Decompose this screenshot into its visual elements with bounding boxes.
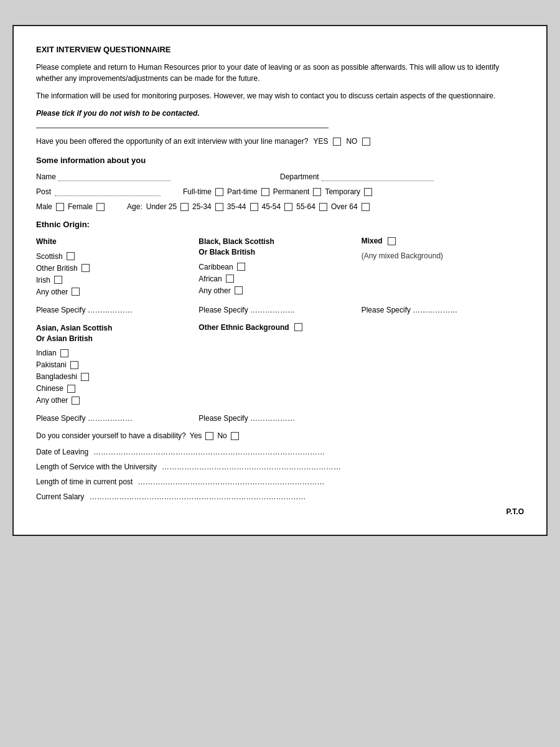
asian-chinese-checkbox[interactable] [67,385,75,393]
dept-input-dots[interactable] [322,172,434,181]
mixed-label: Mixed [362,237,383,245]
length-current-post-row: Length of time in current post ………………………… [36,477,524,486]
mixed-col: Mixed (Any mixed Background) [362,237,524,299]
intro-paragraph-1: Please complete and return to Human Reso… [36,62,524,84]
white-header: White [36,237,198,247]
age-over64: Over 64 [331,202,358,211]
asian-bangladeshi-label: Bangladeshi [36,372,77,381]
female-label: Female [68,202,93,211]
fulltime-label: Full-time [183,187,212,196]
mixed-checkbox[interactable] [388,237,396,245]
name-input-dots[interactable] [58,172,170,181]
age-over64-checkbox[interactable] [362,203,370,211]
post-label: Post [36,187,51,196]
asian-pakistani-checkbox[interactable] [70,361,78,369]
other-ethnic-label: Other Ethnic Background [198,323,289,332]
white-scottish: Scottish [36,252,198,261]
age-45-54-checkbox[interactable] [284,203,292,211]
disability-yes-checkbox[interactable] [205,432,213,440]
age-55-64-checkbox[interactable] [319,203,327,211]
dept-field-group: Department [280,172,524,181]
white-other-british-checkbox[interactable] [82,264,90,272]
white-any-other: Any other [36,288,198,296]
name-label: Name [36,172,56,181]
other-ethnic-col: Other Ethnic Background [198,323,361,408]
please-specify-row-1: Please Specify ……………… Please Specify ………… [36,306,524,314]
mixed-note: (Any mixed Background) [362,251,524,260]
no-checkbox[interactable] [362,138,370,146]
age-under25-checkbox[interactable] [180,203,189,211]
please-specify-asian: Please Specify ……………… [36,414,198,423]
white-irish-label: Irish [36,276,50,284]
parttime-checkbox[interactable] [261,188,269,196]
yes-label: YES [313,137,328,146]
ethnic-origin-label: Ethnic Origin: [36,220,524,229]
black-caribbean-checkbox[interactable] [237,263,245,271]
placeholder-col [362,323,524,408]
white-other-british: Other British [36,264,198,273]
yes-checkbox[interactable] [333,138,341,146]
white-any-other-checkbox[interactable] [72,288,80,296]
date-leaving-label: Date of Leaving [36,448,88,456]
disability-no-checkbox[interactable] [231,432,239,440]
white-irish-checkbox[interactable] [54,276,62,284]
italic-note: Please tick if you do not wish to be con… [36,109,200,118]
parttime-label: Part-time [227,187,258,196]
asian-indian-checkbox[interactable] [60,349,68,357]
intro-paragraph-2: The information will be used for monitor… [36,90,524,101]
white-any-other-label: Any other [36,288,68,296]
disability-row: Do you consider yourself to have a disab… [36,431,524,440]
intro-paragraph-3: Please tick if you do not wish to be con… [36,108,524,119]
please-specify-white: Please Specify ……………… [36,306,198,314]
age-25-34: 25-34 [192,202,212,211]
current-salary-label: Current Salary [36,492,84,501]
post-row: Post Full-time Part-time Permanent Tempo… [36,187,524,196]
asian-bangladeshi: Bangladeshi [36,372,198,381]
age-45-54: 45-54 [262,202,281,211]
fulltime-checkbox[interactable] [215,188,223,196]
current-salary-row: Current Salary …………………………………………………………………… [36,492,524,501]
male-label: Male [36,202,52,211]
post-input-dots[interactable] [55,187,161,196]
female-checkbox[interactable] [96,203,105,211]
age-under25: Under 25 [146,202,177,211]
permanent-checkbox[interactable] [313,188,321,196]
white-scottish-label: Scottish [36,252,63,261]
temporary-checkbox[interactable] [364,188,372,196]
length-service-row: Length of Service with the University ……… [36,463,524,471]
name-dept-row: Name Department [36,172,524,181]
black-caribbean: Caribbean [198,263,361,271]
black-african-label: African [198,275,222,283]
mixed-header: Mixed [362,237,524,245]
exit-interview-question-text: Have you been offered the opportunity of… [36,137,308,146]
no-label: NO [346,137,357,146]
pto-label: P.T.O [36,507,524,516]
asian-any-other-label: Any other [36,396,68,405]
please-specify-row-2: Please Specify ……………… Please Specify ………… [36,414,524,423]
black-any-other: Any other [198,286,361,295]
white-col: White Scottish Other British Irish Any o… [36,237,198,299]
asian-any-other: Any other [36,396,198,405]
male-checkbox[interactable] [56,203,64,211]
asian-bangladeshi-checkbox[interactable] [81,373,89,381]
asian-chinese: Chinese [36,384,198,393]
disability-yes-label: Yes [190,431,202,440]
other-ethnic-checkbox[interactable] [294,323,302,331]
asian-any-other-checkbox[interactable] [72,397,80,405]
name-field-group: Name [36,172,280,181]
date-leaving-row: Date of Leaving ………………………………………………………………… [36,448,524,456]
disability-question: Do you consider yourself to have a disab… [36,431,186,440]
asian-other-columns: Asian, Asian Scottish Or Asian British I… [36,323,524,408]
please-specify-other-ethnic: Please Specify ……………… [198,414,361,423]
length-current-post-label: Length of time in current post [36,477,133,486]
permanent-label: Permanent [273,187,310,196]
age-35-44-checkbox[interactable] [250,203,258,211]
length-service-label: Length of Service with the University [36,463,157,471]
asian-indian-label: Indian [36,349,57,357]
white-scottish-checkbox[interactable] [67,252,75,260]
age-25-34-checkbox[interactable] [215,203,223,211]
please-specify-mixed: Please Specify ……………… [362,306,524,314]
black-col: Black, Black Scottish Or Black British C… [198,237,361,299]
black-any-other-checkbox[interactable] [235,286,243,294]
black-african-checkbox[interactable] [226,275,234,283]
